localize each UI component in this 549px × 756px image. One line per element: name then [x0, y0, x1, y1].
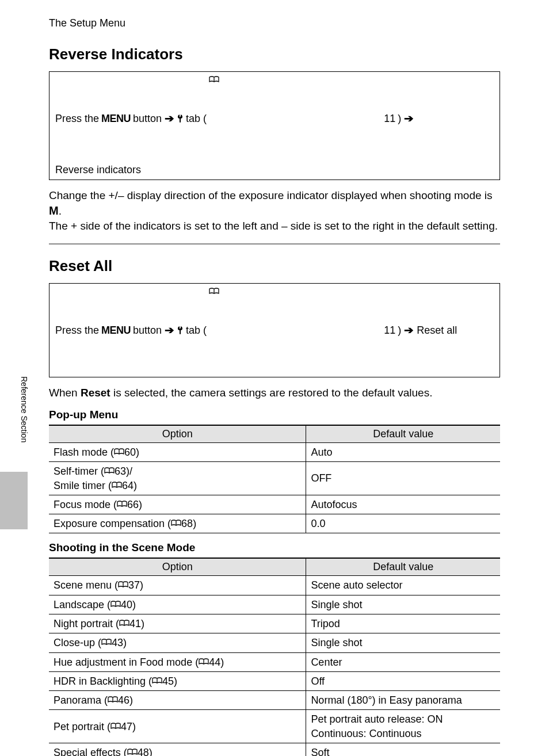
side-tab-label: Reference Section	[20, 376, 29, 442]
menu-label: MENU	[101, 113, 131, 125]
nav-item: Reverse indicators	[55, 164, 141, 176]
section-divider	[49, 243, 500, 245]
menu-label: MENU	[101, 324, 131, 337]
cell-option: Panorama (46)	[49, 691, 306, 710]
table-heading-popup: Pop-up Menu	[49, 408, 500, 421]
paren: )	[398, 324, 401, 337]
cell-option: Special effects (48)	[49, 743, 306, 756]
cell-option: Night portrait (41)	[49, 614, 306, 633]
table-row: Hue adjustment in Food mode (44)Center	[49, 652, 500, 671]
table-row: Night portrait (41)Tripod	[49, 614, 500, 633]
book-icon	[114, 448, 124, 456]
th-default: Default value	[306, 558, 500, 576]
th-option: Option	[49, 558, 306, 576]
nav-path-reset: Press the MENU button ➔ tab ( 11 ) ➔ Res…	[49, 283, 500, 377]
nav-text: button	[133, 324, 162, 337]
body-suffix: is selected, the camera settings are res…	[113, 387, 432, 399]
table-heading-scene: Shooting in the Scene Mode	[49, 541, 500, 554]
book-icon	[110, 600, 121, 608]
book-icon	[104, 467, 115, 475]
nav-text: Press the	[55, 113, 99, 125]
cell-option: Hue adjustment in Food mode (44)	[49, 652, 306, 671]
book-icon	[152, 677, 162, 685]
arrow-icon: ➔	[165, 112, 174, 125]
book-icon	[112, 481, 122, 489]
cell-option: HDR in Backlighting (45)	[49, 671, 306, 690]
cell-default: Pet portrait auto release: ONContinuous:…	[306, 710, 500, 743]
table-row: Pet portrait (47)Pet portrait auto relea…	[49, 710, 500, 743]
cell-option: Self-timer (63)/Smile timer (64)	[49, 462, 306, 495]
th-option: Option	[49, 425, 306, 443]
nav-text: Press the	[55, 324, 99, 337]
book-icon	[127, 748, 138, 756]
cell-default: OFF	[306, 462, 500, 495]
side-tab-gray	[0, 472, 28, 529]
book-icon	[110, 722, 121, 730]
section-title-reset: Reset All	[49, 257, 500, 275]
cell-default: Auto	[306, 442, 500, 461]
body-text-reset: When Reset is selected, the camera setti…	[49, 385, 500, 400]
arrow-icon: ➔	[404, 324, 414, 337]
book-icon	[209, 75, 382, 162]
table-row: Focus mode (66)Autofocus	[49, 495, 500, 514]
cell-default: Off	[306, 671, 500, 690]
cell-option: Pet portrait (47)	[49, 710, 306, 743]
cell-option: Landscape (40)	[49, 595, 306, 614]
body-prefix: When	[49, 387, 81, 399]
breadcrumb: The Setup Menu	[49, 17, 500, 29]
book-icon	[171, 519, 181, 527]
table-row: Exposure compensation (68)0.0	[49, 514, 500, 533]
table-row: Landscape (40)Single shot	[49, 595, 500, 614]
section-title-reverse: Reverse Indicators	[49, 45, 500, 63]
cell-option: Exposure compensation (68)	[49, 514, 306, 533]
nav-item: Reset all	[417, 324, 457, 337]
table-row: Special effects (48)Soft	[49, 743, 500, 756]
book-icon	[209, 287, 382, 373]
body-text-reverse: Change the +/– display direction of the …	[49, 188, 500, 233]
nav-path-reverse: Press the MENU button ➔ tab ( 11 ) ➔ Rev…	[49, 71, 500, 180]
cell-option: Scene menu (37)	[49, 576, 306, 595]
nav-ref: 11	[384, 113, 395, 125]
book-icon	[108, 696, 118, 704]
table-row: Close-up (43)Single shot	[49, 633, 500, 652]
cell-option: Close-up (43)	[49, 633, 306, 652]
nav-text: tab (	[186, 113, 207, 125]
book-icon	[199, 658, 209, 666]
book-icon	[119, 619, 129, 627]
cell-default: Autofocus	[306, 495, 500, 514]
book-icon	[101, 638, 112, 646]
cell-default: Soft	[306, 743, 500, 756]
body-line: .	[59, 205, 62, 217]
wrench-icon	[177, 326, 184, 335]
cell-default: Center	[306, 652, 500, 671]
table-row: Scene menu (37)Scene auto selector	[49, 576, 500, 595]
mode-m-icon: M	[49, 204, 59, 217]
cell-default: Single shot	[306, 595, 500, 614]
table-scene: Option Default value Scene menu (37)Scen…	[49, 558, 500, 756]
body-line: Change the +/– display direction of the …	[49, 189, 493, 201]
book-icon	[117, 500, 127, 508]
table-row: Self-timer (63)/Smile timer (64)OFF	[49, 462, 500, 495]
table-row: Panorama (46)Normal (180°) in Easy panor…	[49, 691, 500, 710]
nav-text: tab (	[186, 324, 207, 337]
paren: )	[398, 113, 401, 125]
cell-default: Single shot	[306, 633, 500, 652]
side-tab: Reference Section	[0, 374, 28, 506]
nav-ref: 11	[384, 324, 395, 337]
cell-default: 0.0	[306, 514, 500, 533]
cell-default: Tripod	[306, 614, 500, 633]
table-popup: Option Default value Flash mode (60)Auto…	[49, 425, 500, 533]
cell-option: Flash mode (60)	[49, 442, 306, 461]
body-line: The + side of the indicators is set to t…	[49, 220, 498, 232]
cell-option: Focus mode (66)	[49, 495, 306, 514]
wrench-icon	[177, 114, 184, 124]
table-row: HDR in Backlighting (45)Off	[49, 671, 500, 690]
cell-default: Scene auto selector	[306, 576, 500, 595]
arrow-icon: ➔	[165, 324, 174, 337]
cell-default: Normal (180°) in Easy panorama	[306, 691, 500, 710]
arrow-icon: ➔	[404, 112, 414, 125]
body-bold: Reset	[81, 387, 110, 399]
book-icon	[118, 581, 128, 589]
nav-text: button	[133, 113, 162, 125]
th-default: Default value	[306, 425, 500, 443]
